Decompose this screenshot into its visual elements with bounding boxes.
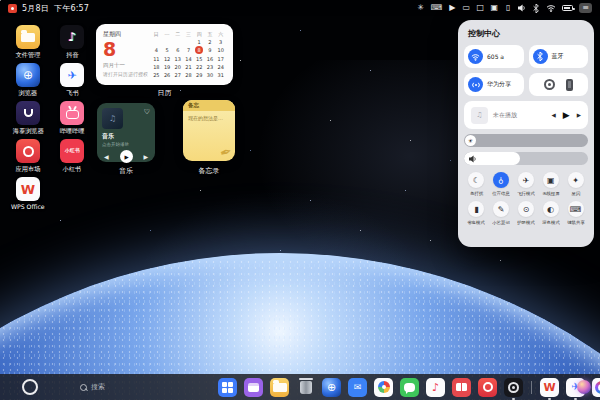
calendar-day[interactable]: 27 (172, 71, 183, 79)
menubar-time[interactable]: 下午6:57 (54, 3, 89, 14)
calendar-day[interactable]: 15 (194, 55, 205, 63)
dock-celia[interactable] (592, 378, 600, 397)
desktop-icon-feishu[interactable]: ✈ 飞书 (50, 63, 94, 101)
cast-screen-icon[interactable]: ▣ (543, 172, 559, 188)
play-icon[interactable]: ▶ (563, 110, 570, 120)
calendar-day[interactable]: 1 (194, 38, 205, 46)
screen-record-icon[interactable]: ▣ (490, 4, 498, 12)
calendar-day[interactable]: 26 (162, 71, 173, 79)
next-track-icon[interactable]: ▶ (577, 112, 581, 118)
dock-recycle-bin[interactable] (296, 378, 315, 397)
toggle-eye-comfort[interactable]: ⊙ 护眼模式 (514, 201, 539, 225)
dock-messages[interactable] (400, 378, 419, 397)
calendar-day[interactable]: 2 (205, 38, 216, 46)
calendar-day[interactable]: 11 (151, 55, 162, 63)
memo-widget[interactable]: 备忘 现在的想法是… ✒ (183, 100, 235, 161)
calendar-day[interactable]: 3 (215, 38, 226, 46)
calendar-day[interactable] (151, 38, 162, 46)
volume-icon[interactable] (518, 4, 526, 12)
launcher-ring-icon[interactable] (22, 379, 38, 395)
volume-fill[interactable] (464, 152, 520, 165)
bluetooth-icon[interactable] (532, 4, 540, 13)
desktop-icon-haitai-browser[interactable]: 海泰浏览器 (6, 101, 50, 139)
previous-track-icon[interactable]: ◀ (104, 153, 109, 160)
calendar-day[interactable]: 12 (162, 55, 173, 63)
calendar-day[interactable]: 23 (205, 63, 216, 71)
desktop-icon-file-manager[interactable]: 文件管理 (6, 25, 50, 63)
phone-device-icon[interactable] (566, 79, 573, 91)
calendar-day[interactable]: 9 (205, 46, 216, 54)
calendar-day[interactable]: 17 (215, 55, 226, 63)
calendar-day[interactable]: 29 (194, 71, 205, 79)
dock-multitask[interactable] (244, 378, 263, 397)
location-pin-icon[interactable]: ⚲ (493, 172, 509, 188)
desktop-icon-xiaohongshu[interactable]: 小红书 小红书 (50, 139, 94, 177)
desktop-icon-appgallery[interactable]: 应用市场 (6, 139, 50, 177)
bluetooth-button[interactable]: 蓝牙 (529, 45, 589, 68)
toggle-celia-notes[interactable]: ✎ 小艺慧记 (489, 201, 514, 225)
calendar-day[interactable]: 18 (151, 63, 162, 71)
control-center-icon[interactable]: ≡ (579, 3, 592, 13)
battery-icon[interactable] (562, 5, 573, 11)
dock-gallery[interactable] (374, 378, 393, 397)
toggle-location[interactable]: ⚲ 位置信息 (489, 172, 514, 196)
previous-track-icon[interactable]: ◀ (552, 112, 556, 118)
dock-files[interactable] (270, 378, 289, 397)
volume-slider[interactable] (464, 152, 588, 165)
system-logo-icon[interactable] (8, 4, 17, 13)
keyboard-icon[interactable]: ⌨ (568, 201, 584, 217)
toggle-wireless-cast[interactable]: ▣ 无线投屏 (538, 172, 563, 196)
calendar-day[interactable]: 31 (215, 71, 226, 79)
next-track-icon[interactable]: ▶ (143, 153, 148, 160)
desktop-icon-bilibili[interactable]: 哔哩哔哩 (50, 101, 94, 139)
desktop-icon-browser[interactable]: ⊕ 浏览器 (6, 63, 50, 101)
star-icon[interactable]: ✦ (568, 172, 584, 188)
calendar-day[interactable]: 20 (172, 63, 183, 71)
toggle-dark-mode[interactable]: ◐ 深色模式 (538, 201, 563, 225)
toggle-airplane-mode[interactable]: ✈ 飞行模式 (514, 172, 539, 196)
calendar-day[interactable]: 19 (162, 63, 173, 71)
calendar-day[interactable]: 14 (183, 55, 194, 63)
dock-browser[interactable]: ⊕ (322, 378, 341, 397)
asterisk-icon[interactable]: ✳ (417, 4, 425, 12)
dock-music[interactable]: ♪ (426, 378, 445, 397)
pencil-icon[interactable]: ✎ (493, 201, 509, 217)
desktop-icon-wps-office[interactable]: W WPS Office (6, 177, 50, 215)
heart-icon[interactable]: ♡ (144, 108, 150, 116)
brightness-slider[interactable]: ☀ (464, 134, 588, 147)
wifi-button[interactable]: 605 a (464, 45, 524, 68)
assistant-orb[interactable] (577, 380, 591, 394)
airplane-icon[interactable]: ✈ (518, 172, 534, 188)
calendar-day[interactable]: 6 (172, 46, 183, 54)
calendar-day[interactable]: 22 (194, 63, 205, 71)
phone-link-icon[interactable]: ▯ (504, 4, 512, 12)
dock-app-launcher[interactable] (218, 378, 237, 397)
eye-icon[interactable]: ⊙ (518, 201, 534, 217)
dock-email[interactable]: ✉ (348, 378, 367, 397)
calendar-day[interactable]: 13 (172, 55, 183, 63)
calendar-day[interactable]: 30 (205, 71, 216, 79)
calendar-day[interactable]: 28 (183, 71, 194, 79)
dock-wps-office[interactable]: W (540, 378, 559, 397)
calendar-day[interactable]: 4 (151, 46, 162, 54)
toggle-nearlink[interactable]: ✦ 星闪 (563, 172, 588, 196)
toggle-do-not-disturb[interactable]: ☾ 免打扰 (464, 172, 489, 196)
toggle-keyboard-mouse-share[interactable]: ⌨ 键鼠共享 (563, 201, 588, 225)
calendar-day[interactable] (162, 38, 173, 46)
calendar-day[interactable]: 8 (195, 46, 203, 54)
calendar-day[interactable]: 25 (151, 71, 162, 79)
media-player-card[interactable]: ♫ 未在播放 ◀ ▶ ▶ (464, 101, 588, 129)
calendar-day[interactable]: 16 (205, 55, 216, 63)
screenshot-icon[interactable]: □ (476, 4, 484, 12)
display-icon[interactable]: ▭ (462, 4, 470, 12)
menubar-date[interactable]: 5月8日 (22, 3, 49, 14)
huawei-share-button[interactable]: 华为分享 (464, 73, 524, 96)
dock-search[interactable]: 搜索 (80, 374, 105, 400)
toggle-power-saving[interactable]: ▮ 省电模式 (464, 201, 489, 225)
calendar-day[interactable] (172, 38, 183, 46)
dock-appgallery[interactable] (478, 378, 497, 397)
ime-icon[interactable]: ⌨ (431, 4, 443, 12)
dock-camera[interactable] (504, 378, 523, 397)
calendar-widget[interactable]: 星期四 8 四月十一 请打开日历进行授权 日一二三四五六123456789101… (96, 24, 233, 85)
calendar-day[interactable]: 7 (183, 46, 194, 54)
